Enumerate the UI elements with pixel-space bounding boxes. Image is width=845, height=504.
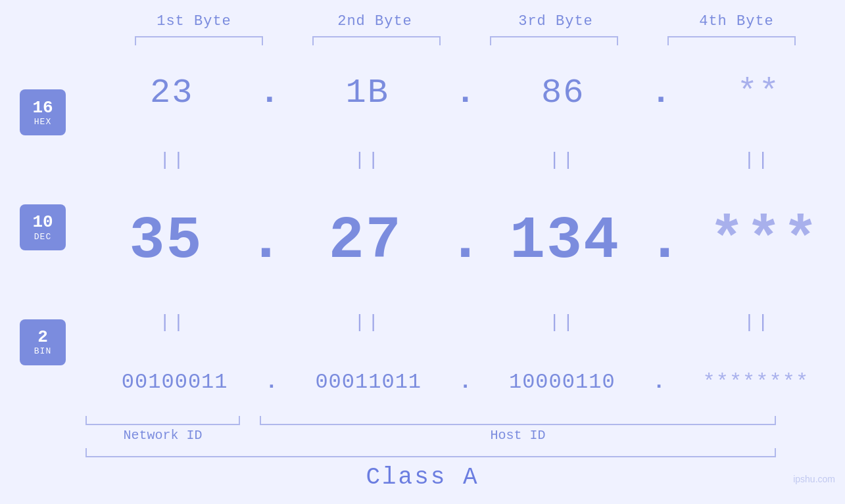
bin-cell-4: ********	[667, 370, 845, 394]
bracket-byte-3	[475, 36, 633, 45]
byte-label-3: 3rd Byte	[466, 13, 646, 30]
host-id-bracket	[260, 416, 776, 425]
dec-row: 35 . 27 . 134 . ***	[85, 208, 845, 275]
bin-dot-2: .	[459, 370, 471, 394]
bin-value-1: 00100011	[122, 370, 228, 394]
bottom-section: Network ID Host ID Class A ipshu.com	[0, 416, 845, 491]
equals-cell-1-1: ||	[85, 150, 260, 170]
hex-value-3: 86	[541, 74, 585, 112]
dec-cell-3: 134	[485, 208, 646, 275]
dec-dot-2: .	[447, 208, 483, 275]
bin-row: 00100011 . 00011011 . 10000110 . *******…	[85, 370, 845, 394]
bin-cell-1: 00100011	[85, 370, 264, 394]
bin-dot-3: .	[652, 370, 665, 394]
dec-cell-2: 27	[285, 208, 446, 275]
dec-cell-1: 35	[85, 208, 247, 275]
byte-label-1: 1st Byte	[104, 13, 285, 30]
hex-value-2: 1B	[346, 74, 389, 112]
hex-dot-2: .	[455, 74, 475, 112]
hex-badge: 16 HEX	[20, 89, 66, 135]
bracket-byte-2	[298, 36, 456, 45]
bin-value-3: 10000110	[509, 370, 616, 394]
dec-badge: 10 DEC	[20, 204, 66, 250]
top-brackets-row	[120, 36, 811, 45]
main-container: 1st Byte 2nd Byte 3rd Byte 4th Byte 16 H…	[0, 0, 845, 504]
data-grid: 23 . 1B . 86 . ** || ||	[85, 49, 845, 413]
dec-value-1: 35	[130, 208, 203, 275]
network-id-bracket	[85, 416, 240, 425]
equals-cell-2-4: ||	[670, 312, 845, 332]
byte-label-4: 4th Byte	[646, 13, 827, 30]
badges-column: 16 HEX 10 DEC 2 BIN	[0, 49, 85, 413]
content-area: 16 HEX 10 DEC 2 BIN 23 . 1B	[0, 49, 845, 413]
hex-cell-2: 1B	[281, 74, 454, 112]
equals-cell-2-2: ||	[280, 312, 455, 332]
equals-cell-1-3: ||	[475, 150, 650, 170]
dec-cell-4: ***	[684, 208, 845, 275]
network-host-labels: Network ID Host ID	[85, 428, 776, 443]
hex-value-1: 23	[150, 74, 193, 112]
dec-badge-label: DEC	[34, 232, 51, 242]
hex-cell-4: **	[673, 74, 845, 112]
equals-cell-2-3: ||	[475, 312, 650, 332]
dec-badge-number: 10	[32, 213, 53, 232]
host-id-label: Host ID	[260, 428, 776, 443]
hex-dot-1: .	[259, 74, 279, 112]
byte-label-2: 2nd Byte	[285, 13, 466, 30]
bin-cell-3: 10000110	[473, 370, 651, 394]
bin-value-4: ********	[703, 370, 809, 394]
hex-row: 23 . 1B . 86 . **	[85, 74, 845, 112]
dec-dot-1: .	[248, 208, 283, 275]
watermark: ipshu.com	[793, 474, 835, 484]
bin-cell-2: 00011011	[279, 370, 458, 394]
bottom-bracket-row	[85, 416, 776, 425]
full-width-bracket	[85, 448, 776, 457]
bin-dot-1: .	[265, 370, 278, 394]
dec-dot-3: .	[647, 208, 683, 275]
bracket-byte-1	[120, 36, 278, 45]
bin-badge: 2 BIN	[20, 319, 66, 365]
bin-value-2: 00011011	[315, 370, 422, 394]
hex-cell-1: 23	[85, 74, 258, 112]
dec-value-4: ***	[709, 208, 819, 275]
class-label: Class A	[0, 464, 845, 491]
equals-cell-2-1: ||	[85, 312, 260, 332]
hex-value-4: **	[737, 74, 781, 112]
byte-labels-row: 1st Byte 2nd Byte 3rd Byte 4th Byte	[104, 13, 827, 30]
equals-row-1: || || || ||	[85, 150, 845, 170]
hex-badge-label: HEX	[34, 117, 51, 127]
dec-value-2: 27	[329, 208, 402, 275]
equals-cell-1-4: ||	[670, 150, 845, 170]
network-id-label: Network ID	[85, 428, 240, 443]
hex-dot-3: .	[650, 74, 671, 112]
bin-badge-label: BIN	[34, 346, 51, 356]
hex-cell-3: 86	[477, 74, 649, 112]
equals-cell-1-2: ||	[280, 150, 455, 170]
hex-badge-number: 16	[32, 99, 53, 118]
equals-row-2: || || || ||	[85, 312, 845, 332]
bracket-byte-4	[653, 36, 811, 45]
dec-value-3: 134	[510, 208, 620, 275]
bin-badge-number: 2	[37, 328, 48, 347]
